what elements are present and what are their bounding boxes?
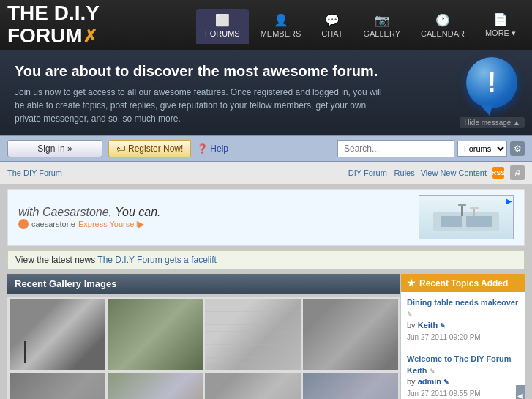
nav-tab-more[interactable]: 📄 MORE ▾ xyxy=(476,8,525,44)
forum-rules-link[interactable]: DIY Forum - Rules xyxy=(348,168,415,177)
news-bar: View the latest news The D.I.Y Forum get… xyxy=(7,250,525,269)
news-link[interactable]: The D.I.Y Forum gets a facelift xyxy=(97,255,217,265)
register-button[interactable]: 🏷 Register Now! xyxy=(108,140,191,157)
topic-item-2: Welcome to The DIY Forum Keith ✎ by admi… xyxy=(401,348,525,399)
wrench-icon: ✗ xyxy=(83,26,97,46)
topic-link-1[interactable]: Dining table needs makeover xyxy=(407,298,518,307)
nav-tab-members[interactable]: 👤 MEMBERS xyxy=(252,9,310,44)
ad-marker: ▶ xyxy=(506,198,512,205)
caesarstone-logo-icon xyxy=(18,219,29,229)
topic-by-1: by Keith ✎ xyxy=(407,320,519,331)
gallery-section: Recent Gallery Images xyxy=(7,274,400,399)
gallery-thumb-1[interactable] xyxy=(10,299,105,370)
gallery-thumb-8[interactable] xyxy=(303,373,399,399)
ad-image: ▶ xyxy=(419,195,514,239)
calendar-icon: 🕐 xyxy=(435,13,450,27)
info-bubble: ! xyxy=(466,57,517,108)
help-icon: ❓ xyxy=(197,143,208,154)
right-column-wrap: ★ Recent Topics Added Dining table needs… xyxy=(400,274,525,399)
breadcrumb-home[interactable]: The DIY Forum xyxy=(7,168,62,177)
admin-icon-2: ✎ xyxy=(443,379,449,386)
header: THE D.I.Y FORUM✗ ⬜ FORUMS 👤 MEMBERS 💬 CH… xyxy=(0,0,532,50)
gallery-thumb-7[interactable] xyxy=(205,373,301,399)
rss-icon[interactable]: RSS xyxy=(492,167,504,179)
gallery-thumb-6[interactable] xyxy=(108,373,203,399)
view-new-content-link[interactable]: View New Content xyxy=(421,168,487,177)
nav-tab-calendar[interactable]: 🕐 CALENDAR xyxy=(412,9,473,44)
main-layout: Recent Gallery Images ★ Recent Topics Ad… xyxy=(7,274,525,399)
welcome-body: Join us now to get access to all our awe… xyxy=(15,86,388,125)
search-scope-select[interactable]: Forums xyxy=(457,141,507,157)
gallery-thumb-5[interactable] xyxy=(10,373,105,399)
gallery-icon: 📷 xyxy=(375,13,389,27)
members-icon: 👤 xyxy=(274,13,288,27)
edit-icon-2: ✎ xyxy=(430,368,435,375)
star-icon: ★ xyxy=(407,277,416,288)
nav-tab-gallery[interactable]: 📷 GALLERY xyxy=(354,9,409,44)
right-column: ★ Recent Topics Added Dining table needs… xyxy=(400,274,525,399)
gallery-thumb-4[interactable] xyxy=(303,299,399,370)
search-input[interactable] xyxy=(337,140,454,157)
svg-rect-1 xyxy=(441,216,462,227)
hide-message-button[interactable]: Hide message ▲ xyxy=(460,117,525,128)
topic-date-2: Jun 27 2011 09:55 PM xyxy=(407,389,519,399)
help-button[interactable]: ❓ Help xyxy=(197,143,228,154)
gallery-thumb-3[interactable] xyxy=(205,299,301,370)
ad-content-left: with Caesarstone, You can. caesarstone E… xyxy=(18,206,161,229)
ad-text: with Caesarstone, You can. xyxy=(18,206,161,219)
main-nav: ⬜ FORUMS 👤 MEMBERS 💬 CHAT 📷 GALLERY 🕐 CA… xyxy=(196,6,525,44)
search-area: Forums ⚙ xyxy=(337,140,525,157)
welcome-banner: You are about to discover the most aweso… xyxy=(0,50,532,135)
topic-date-1: Jun 27 2011 09:20 PM xyxy=(407,332,519,343)
gallery-grid xyxy=(7,297,400,399)
site-logo: THE D.I.Y FORUM✗ xyxy=(7,2,100,48)
edit-icon-1: ✎ xyxy=(407,310,413,318)
nav-tab-chat[interactable]: 💬 CHAT xyxy=(312,9,351,44)
welcome-heading: You are about to discover the most aweso… xyxy=(15,63,517,80)
signin-bar: Sign In » 🏷 Register Now! ❓ Help Forums … xyxy=(0,135,532,162)
gallery-thumb-2[interactable] xyxy=(108,299,203,370)
left-column: Recent Gallery Images xyxy=(7,274,400,399)
svg-rect-3 xyxy=(461,205,463,216)
svg-rect-4 xyxy=(458,204,466,206)
svg-rect-2 xyxy=(466,216,492,227)
ad-banner: with Caesarstone, You can. caesarstone E… xyxy=(7,189,525,246)
ad-logo: caesarstone Express Yourself▶ xyxy=(18,219,161,229)
signin-button[interactable]: Sign In » xyxy=(7,140,102,157)
svg-rect-6 xyxy=(470,207,479,209)
breadcrumb-bar: The DIY Forum DIY Forum - Rules View New… xyxy=(0,162,532,184)
topic-link-2[interactable]: Welcome to The DIY Forum Keith xyxy=(407,354,512,374)
topic-item-1: Dining table needs makeover ✎ by Keith ✎… xyxy=(401,292,525,348)
search-settings-button[interactable]: ⚙ xyxy=(510,141,525,156)
ad-illustration xyxy=(426,198,506,238)
recent-topics-header: ★ Recent Topics Added xyxy=(401,274,525,292)
admin-icon-1: ✎ xyxy=(440,322,446,329)
nav-tab-forums[interactable]: ⬜ FORUMS xyxy=(196,9,249,44)
topic-by-2: by admin ✎ xyxy=(407,376,519,387)
svg-rect-5 xyxy=(473,209,475,216)
register-icon: 🏷 xyxy=(116,143,125,154)
gallery-section-header: Recent Gallery Images xyxy=(7,274,400,294)
sidebar-toggle-button[interactable]: ◀ xyxy=(516,385,525,399)
print-icon[interactable]: 🖨 xyxy=(510,165,525,180)
breadcrumb-right: DIY Forum - Rules View New Content RSS 🖨 xyxy=(348,165,525,180)
more-icon: 📄 xyxy=(493,12,508,26)
forums-icon: ⬜ xyxy=(215,13,230,27)
chat-icon: 💬 xyxy=(325,13,340,27)
